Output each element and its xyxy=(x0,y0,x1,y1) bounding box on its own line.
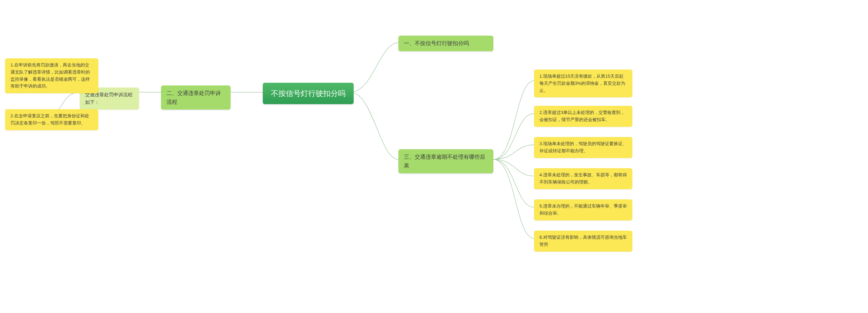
leaf-3-2-text: 2.违章超过3单以上未处理的，交警核查到，会被扣证，情节严重的还会被扣车。 xyxy=(539,110,625,122)
branch-2[interactable]: 二、交通违章处罚申诉流程 xyxy=(161,85,231,110)
root-node[interactable]: 不按信号灯行驶扣分吗 xyxy=(263,83,354,104)
branch-1[interactable]: 一、不按信号灯行驶扣分吗 xyxy=(398,36,493,51)
leaf-3-1-text: 1.现场单超过15天没有缴款，从第15天后起每天产生罚款金额3%的滞纳金，直至交… xyxy=(539,74,625,93)
leaf-2-2-text: 2.在去申请复议之前，先要把身份证和处罚决定各复印一份，驾照不需要复印。 xyxy=(11,113,89,125)
leaf-2-1-text: 1.在申诉前先将罚款缴清，再去当地的交通支队了解违章详情，比如调看违章时的监控录… xyxy=(11,62,90,89)
leaf-3-4[interactable]: 4.违章未处理的，发生事故、车损等，都将得不到车辆保险公司的理赔。 xyxy=(534,168,632,189)
root-title: 不按信号灯行驶扣分吗 xyxy=(271,89,346,98)
leaf-3-6[interactable]: 6.对驾驶证没有影响，具体情况可咨询当地车管所 xyxy=(534,231,632,252)
leaf-3-1[interactable]: 1.现场单超过15天没有缴款，从第15天后起每天产生罚款金额3%的滞纳金，直至交… xyxy=(534,70,632,97)
leaf-2-1[interactable]: 1.在申诉前先将罚款缴清，再去当地的交通支队了解违章详情，比如调看违章时的监控录… xyxy=(5,58,98,93)
leaf-2-2[interactable]: 2.在去申请复议之前，先要把身份证和处罚决定各复印一份，驾照不需要复印。 xyxy=(5,109,98,130)
leaf-3-3[interactable]: 3.现场单未处理的，驾驶员的驾驶证要换证、补证或转证都不能办理。 xyxy=(534,137,632,158)
branch-1-title: 一、不按信号灯行驶扣分吗 xyxy=(404,40,469,46)
leaf-3-5-text: 5.违章未办理的，不能通过车辆年审、季度审和综合审。 xyxy=(539,203,627,216)
leaf-3-5[interactable]: 5.违章未办理的，不能通过车辆年审、季度审和综合审。 xyxy=(534,199,632,220)
branch-2-title: 二、交通违章处罚申诉流程 xyxy=(166,90,221,105)
branch-3-title: 三、交通违章逾期不处理有哪些后果 xyxy=(404,154,485,169)
branch-3[interactable]: 三、交通违章逾期不处理有哪些后果 xyxy=(398,149,493,173)
sub-2-text: 交通违章处罚申诉流程如下： xyxy=(85,92,133,105)
leaf-3-6-text: 6.对驾驶证没有影响，具体情况可咨询当地车管所 xyxy=(539,235,627,247)
leaf-3-2[interactable]: 2.违章超过3单以上未处理的，交警核查到，会被扣证，情节严重的还会被扣车。 xyxy=(534,106,632,127)
leaf-3-4-text: 4.违章未处理的，发生事故、车损等，都将得不到车辆保险公司的理赔。 xyxy=(539,172,627,184)
leaf-3-3-text: 3.现场单未处理的，驾驶员的驾驶证要换证、补证或转证都不能办理。 xyxy=(539,141,627,153)
